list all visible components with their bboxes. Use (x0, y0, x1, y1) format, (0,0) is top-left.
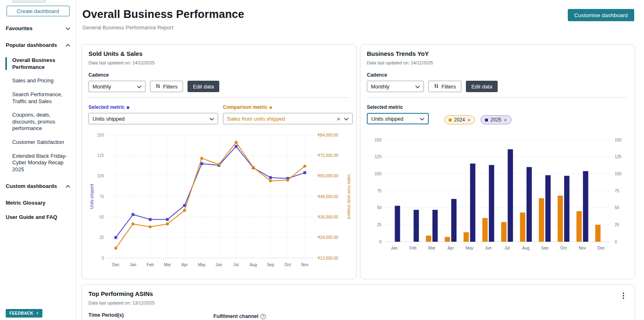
card-title: Sold Units & Sales (88, 50, 350, 57)
close-icon[interactable]: × (36, 311, 39, 316)
svg-text:Aug: Aug (250, 263, 257, 267)
chip-label: 2024 (454, 117, 465, 123)
selected-metric-select[interactable]: Units shipped (367, 113, 429, 124)
chevron-up-icon (66, 42, 70, 48)
sidebar-section-popular-dashboards[interactable]: Popular dashboards (6, 42, 70, 48)
page-header: Overall Business Performance General Bus… (77, 0, 644, 31)
svg-text:Nov: Nov (301, 263, 309, 267)
card-title: Business Trends YoY (367, 50, 628, 57)
comparison-metric-select[interactable]: Sales from units shipped × (223, 113, 353, 124)
sidebar-item-extended-black-friday[interactable]: Extended Black Friday-Cyber Monday Recap… (6, 153, 71, 173)
svg-text:Apr: Apr (181, 263, 188, 267)
svg-text:Aug: Aug (522, 246, 529, 250)
navy-series-swatch-icon (485, 119, 488, 121)
help-icon[interactable]: ? (260, 314, 266, 319)
svg-text:Jan: Jan (391, 246, 397, 250)
svg-text:Mar: Mar (164, 263, 171, 267)
clear-selection-icon[interactable]: × (337, 116, 340, 122)
sidebar-item-overall-business-performance[interactable]: Overall Business Performance (6, 57, 71, 71)
year-chip-2025[interactable]: 2025 × (481, 115, 511, 124)
sidebar-item-sales-and-pricing[interactable]: Sales and Pricing (6, 77, 71, 84)
card-business-trends-yoy: Business Trends YoY Data last updated on… (360, 44, 635, 279)
main-content: Overall Business Performance General Bus… (77, 0, 644, 320)
time-periods-label: Time Period(s) (88, 312, 124, 320)
svg-text:Mar: Mar (428, 246, 436, 250)
svg-text:125: 125 (615, 154, 622, 159)
card-top-performing-asins: Top Performing ASINs Data last updated o… (82, 284, 635, 320)
customise-dashboard-button[interactable]: Customise dashboard (568, 9, 634, 21)
filters-button[interactable]: Filters (150, 81, 183, 92)
svg-text:Sales from units shipped: Sales from units shipped (347, 174, 351, 219)
chevron-down-icon (66, 25, 70, 31)
sidebar-link-metric-glossary[interactable]: Metric Glossary (6, 200, 70, 206)
remove-chip-icon[interactable]: × (504, 117, 507, 123)
filters-button[interactable]: Filters (428, 81, 461, 92)
sidebar-section-custom-dashboards[interactable]: Custom dashboards (6, 183, 70, 189)
chevron-down-icon (420, 116, 424, 122)
svg-text:75: 75 (615, 189, 620, 193)
sidebar-section-favourites[interactable]: Favourites (6, 25, 70, 31)
svg-text:Jul: Jul (234, 263, 239, 267)
svg-text:150: 150 (615, 138, 622, 142)
remove-chip-icon[interactable]: × (468, 117, 471, 123)
divider (88, 97, 350, 98)
filters-label: Filters (163, 84, 177, 90)
svg-text:25: 25 (99, 235, 104, 240)
card-sold-units-sales: Sold Units & Sales Data last updated on:… (82, 44, 357, 279)
svg-text:Units shipped: Units shipped (90, 184, 94, 209)
divider (367, 97, 628, 98)
create-dashboard-button[interactable]: Create dashboard (7, 6, 70, 16)
chevron-up-icon (66, 183, 70, 189)
svg-text:May: May (198, 263, 205, 267)
svg-text:150: 150 (97, 133, 104, 137)
sidebar-link-user-guide-faq[interactable]: User Guide and FAQ (6, 214, 70, 220)
edit-data-button[interactable]: Edit data (466, 81, 497, 92)
blue-square-swatch-icon (127, 106, 129, 109)
selected-metric-select[interactable]: Units shipped (88, 113, 218, 124)
svg-text:125: 125 (97, 153, 104, 158)
orange-series-swatch-icon (449, 119, 452, 121)
svg-text:₹12,000.00: ₹12,000.00 (318, 256, 338, 260)
chevron-down-icon (137, 84, 141, 90)
svg-text:₹60,000.00: ₹60,000.00 (318, 174, 338, 178)
svg-text:₹72,000.00: ₹72,000.00 (318, 153, 338, 158)
svg-text:May: May (465, 246, 473, 250)
feedback-button[interactable]: FEEDBACK× (6, 309, 42, 318)
svg-text:125: 125 (375, 154, 382, 159)
year-chip-2024[interactable]: 2024 × (444, 115, 475, 124)
cadence-label: Cadence (88, 72, 350, 78)
sidebar-item-customer-satisfaction[interactable]: Customer Satisfaction (6, 139, 71, 146)
chevron-down-icon (344, 116, 348, 122)
svg-text:₹36,000.00: ₹36,000.00 (318, 215, 338, 219)
svg-text:Dec: Dec (112, 263, 119, 267)
selected-metric-label: Selected metric (367, 104, 403, 110)
svg-text:₹24,000.00: ₹24,000.00 (318, 235, 338, 240)
feedback-label: FEEDBACK (9, 311, 33, 316)
comparison-metric-value: Sales from units shipped (227, 116, 285, 122)
sidebar-item-coupons-deals[interactable]: Coupons, deals, discounts, promos perfor… (6, 112, 71, 132)
sidebar-item-search-performance[interactable]: Search Performance, Traffic and Sales (6, 91, 71, 105)
selected-metric-value: Units shipped (93, 116, 125, 122)
cadence-select[interactable]: Monthly (88, 81, 146, 92)
filter-sliders-icon (434, 84, 439, 90)
comparison-metric-label: Comparison metric (223, 104, 267, 110)
svg-text:75: 75 (377, 189, 382, 193)
svg-text:0: 0 (615, 240, 617, 244)
filters-label: Filters (441, 84, 456, 90)
page-subtitle: General Business Performance Report (82, 24, 635, 31)
last-updated-text: Data last updated on: 13/12/2025 (88, 300, 155, 305)
svg-text:50: 50 (377, 205, 382, 210)
svg-text:Oct: Oct (285, 263, 291, 267)
chip-label: 2025 (490, 117, 501, 123)
sidebar: Create dashboard Favourites Popular dash… (0, 0, 76, 320)
svg-text:100: 100 (375, 172, 382, 176)
custom-dashboards-label: Custom dashboards (6, 183, 57, 189)
cadence-select[interactable]: Monthly (367, 81, 424, 92)
orange-dot-swatch-icon (269, 106, 272, 109)
kebab-menu-icon[interactable] (621, 291, 626, 305)
svg-text:₹48,000.00: ₹48,000.00 (318, 194, 338, 199)
bar-chart-area: 00252550507575100100125125150150JanFebMa… (367, 134, 628, 256)
svg-text:25: 25 (377, 223, 382, 227)
svg-text:Jun: Jun (485, 246, 492, 250)
edit-data-button[interactable]: Edit data (187, 81, 219, 92)
